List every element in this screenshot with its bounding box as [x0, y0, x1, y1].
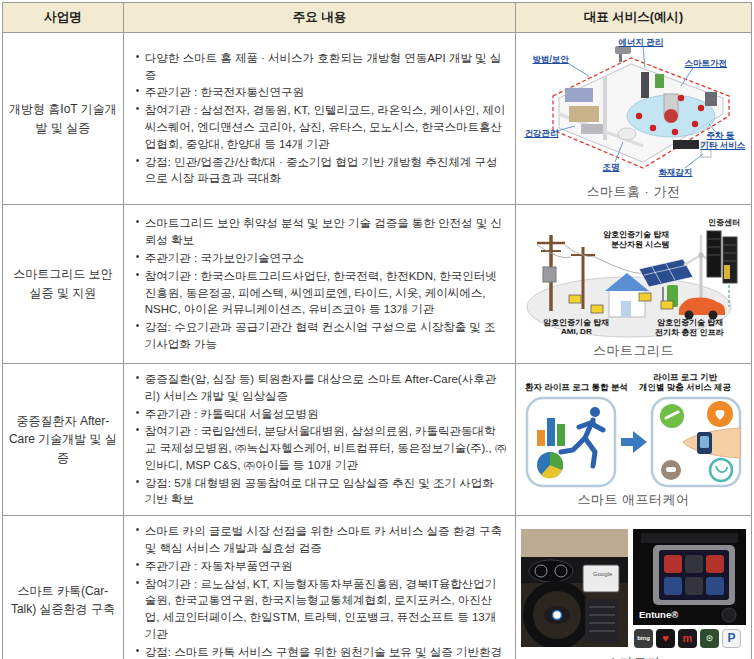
label-cert-center: 인증센터 — [708, 217, 740, 228]
table-row-aftercare: 중증질환자 After-Care 기술개발 및 실증 중증질환(암, 심장 등)… — [3, 364, 752, 516]
bullet-item: 참여기관 : 국립암센터, 분당서울대병원, 삼성의료원, 카톨릭관동대학교 국… — [136, 423, 507, 473]
label-lighting: 조명 — [603, 162, 620, 174]
project-details: 중증질환(암, 심장 등) 퇴원환자를 대상으로 스마트 After-Care(… — [123, 364, 515, 516]
bullet-item: 강점: 5개 대형병원 공동참여로 대규모 임상실증 추진 및 조기 사업화 기… — [136, 475, 507, 509]
bmw-roundel-icon — [553, 610, 562, 619]
header-content: 주요 내용 — [123, 3, 515, 33]
bullet-list: 다양한 스마트 홈 제품 · 서비스가 호환되는 개방형 연동API 개발 및 … — [136, 50, 507, 187]
image-caption: 스마트카 — [516, 654, 751, 659]
bullet-item: 스마트 카의 글로벌 시장 선점을 위한 스마트 카 서비스 실증 환경 구축 … — [136, 523, 507, 557]
label-health: 건강관리 — [525, 128, 559, 140]
car-screen-text: Google — [593, 571, 612, 577]
bullet-item: 스마트그리드 보안 취약성 분석 및 보안 기술 검증을 통한 안전성 및 신뢰… — [136, 215, 507, 249]
label-distributed-2: 분산자원 시스템 — [611, 239, 669, 250]
header-business: 사업명 — [3, 3, 124, 33]
table-row-smart-grid: 스마트그리드 보안 실증 및 지원 스마트그리드 보안 취약성 분석 및 보안 … — [3, 205, 752, 364]
bullet-item: 참여기관 : 한국스마트그리드사업단, 한국전력, 한전KDN, 한국인터넷진흥… — [136, 268, 507, 318]
label-energy: 에너지 관리 — [619, 37, 664, 49]
bullet-item: 중증질환(암, 심장 등) 퇴원환자를 대상으로 스마트 After-Care(… — [136, 371, 507, 405]
service-example-cell: Google — [516, 516, 752, 659]
label-fire: 화재감지 — [659, 167, 693, 179]
smart-home-illustration: 방범/보안 에너지 관리 스마트가전 건강관리 조명 주차 등 기타 서비스 화… — [523, 36, 745, 182]
smart-car-illustration: Google — [521, 529, 746, 653]
aftercare-image — [521, 394, 746, 490]
label-appliance: 스마트가전 — [685, 58, 728, 70]
label-parking-2: 기타 서비스 — [701, 140, 746, 152]
bullet-item: 주관기관 : 카톨릭대 서울성모병원 — [136, 406, 507, 423]
table-row-home-iot: 개방형 홈IoT 기술개발 및 실증 다양한 스마트 홈 제품 · 서비스가 호… — [3, 33, 752, 205]
bullet-item: 강점: 민관/업종간/산학/대 · 중소기업 협업 기반 개방형 추진체계 구성… — [136, 154, 507, 188]
bullet-list: 스마트 카의 글로벌 시장 선점을 위한 스마트 카 서비스 실증 환경 구축 … — [136, 523, 507, 659]
project-name: 스마트 카톡(Car-Talk) 실증환경 구축 — [3, 516, 124, 659]
label-lifelog-analysis: 환자 라이프 로그 통합 분석 — [525, 382, 628, 394]
bullet-item: 강점: 스마트 카톡 서비스 구현을 위한 원천기술 보유 및 실증 기반환경(… — [136, 644, 507, 659]
pandora-app-icon: P — [722, 629, 741, 648]
bullet-item: 참여기관 : 삼성전자, 경동원, KT, 인텔리코드, 라온익스, 케이사인,… — [136, 102, 507, 152]
bullet-item: 주관기관 : 국가보안기술연구소 — [136, 250, 507, 267]
label-ev-2: 전기차 충전 인프라 — [655, 327, 723, 338]
bing-app-icon: bing — [634, 629, 653, 648]
iheartradio-app-icon: ♥ — [656, 629, 675, 648]
service-example-cell: 환자 라이프 로그 통합 분석 라이프 로그 기반 개인별 맞춤 서비스 제공 — [516, 364, 752, 516]
project-details: 다양한 스마트 홈 제품 · 서비스가 호환되는 개방형 연동API 개발 및 … — [123, 33, 515, 205]
image-caption: 스마트홈 · 가전 — [516, 183, 751, 201]
image-caption: 스마트 애프터케어 — [516, 491, 751, 509]
project-table: 사업명 주요 내용 대표 서비스(예시) 개방형 홈IoT 기술개발 및 실증 … — [2, 2, 752, 659]
bullet-item: 참여기관 : 르노삼성, KT, 지능형자동차부품진흥원, 경북IT융합산업기술… — [136, 576, 507, 643]
header-service: 대표 서비스(예시) — [516, 3, 752, 33]
bullet-list: 중증질환(암, 심장 등) 퇴원환자를 대상으로 스마트 After-Care(… — [136, 371, 507, 508]
aftercare-illustration: 환자 라이프 로그 통합 분석 라이프 로그 기반 개인별 맞춤 서비스 제공 — [521, 370, 746, 490]
bullet-item: 다양한 스마트 홈 제품 · 서비스가 호환되는 개방형 연동API 개발 및 … — [136, 50, 507, 84]
table-row-car-talk: 스마트 카톡(Car-Talk) 실증환경 구축 스마트 카의 글로벌 시장 선… — [3, 516, 752, 659]
movietickets-app-icon: m — [678, 629, 697, 648]
service-example-cell: 인증센터 암호인증기술 탑재 분산자원 시스템 암호인증기술 탑재 AMI, D… — [516, 205, 752, 364]
label-ami-2: AMI, DR — [561, 327, 592, 336]
bullet-item: 강점: 수요기관과 공급기관간 협력 컨소시엄 구성으로 시장창출 및 조기사업… — [136, 319, 507, 353]
label-personalized-2: 개인별 맞춤 서비스 제공 — [639, 382, 731, 394]
smart-grid-illustration: 인증센터 암호인증기술 탑재 분산자원 시스템 암호인증기술 탑재 AMI, D… — [521, 209, 746, 341]
project-name: 스마트그리드 보안 실증 및 지원 — [3, 205, 124, 364]
image-caption: 스마트그리드 — [516, 342, 751, 360]
project-name: 중증질환자 After-Care 기술개발 및 실증 — [3, 364, 124, 516]
bullet-item: 주관기관 : 자동차부품연구원 — [136, 558, 507, 575]
bullet-list: 스마트그리드 보안 취약성 분석 및 보안 기술 검증을 통한 안전성 및 신뢰… — [136, 215, 507, 352]
entune-brand-label: Entune® — [639, 609, 678, 620]
opentable-app-icon: ⊙ — [700, 629, 719, 648]
service-example-cell: 방범/보안 에너지 관리 스마트가전 건강관리 조명 주차 등 기타 서비스 화… — [516, 33, 752, 205]
car-dashboard-photo: Google — [521, 529, 628, 647]
app-icon-row: bing ♥ m ⊙ P — [634, 629, 741, 648]
project-name: 개방형 홈IoT 기술개발 및 실증 — [3, 33, 124, 205]
header-row: 사업명 주요 내용 대표 서비스(예시) — [3, 3, 752, 33]
entune-console-photo: Entune® — [633, 529, 746, 625]
project-details: 스마트 카의 글로벌 시장 선점을 위한 스마트 카 서비스 실증 환경 구축 … — [123, 516, 515, 659]
label-security: 방범/보안 — [533, 54, 569, 66]
project-details: 스마트그리드 보안 취약성 분석 및 보안 기술 검증을 통한 안전성 및 신뢰… — [123, 205, 515, 364]
bullet-item: 주관기관 : 한국전자통신연구원 — [136, 84, 507, 101]
